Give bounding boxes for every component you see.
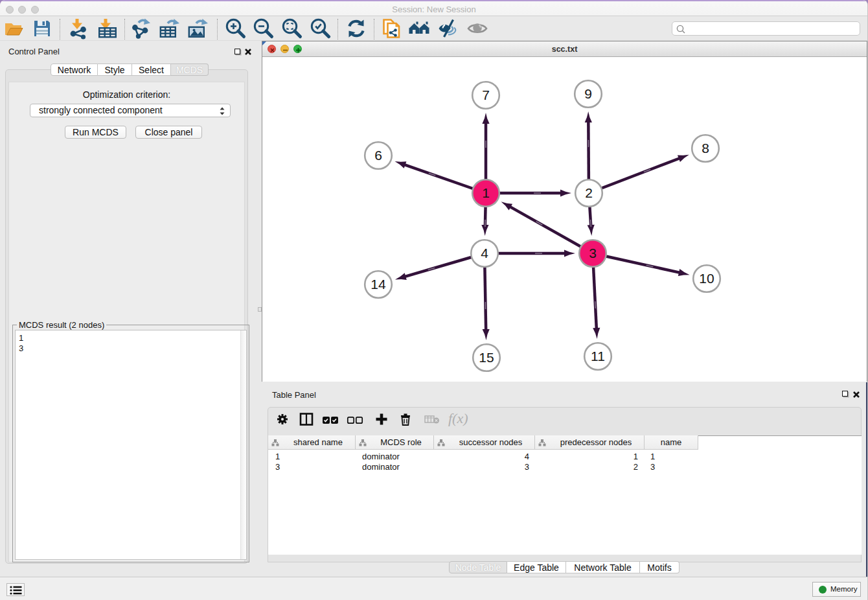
svg-text:7: 7 — [482, 87, 490, 102]
svg-text:10: 10 — [699, 271, 714, 286]
svg-text:2: 2 — [585, 185, 593, 200]
svg-text:3: 3 — [589, 246, 597, 260]
svg-text:15: 15 — [479, 350, 494, 365]
svg-text:9: 9 — [584, 86, 592, 101]
svg-text:4: 4 — [481, 246, 488, 260]
svg-text:1: 1 — [482, 185, 490, 200]
svg-text:6: 6 — [374, 148, 382, 163]
svg-text:14: 14 — [371, 277, 386, 292]
svg-text:8: 8 — [702, 141, 709, 156]
svg-text:11: 11 — [591, 349, 605, 363]
